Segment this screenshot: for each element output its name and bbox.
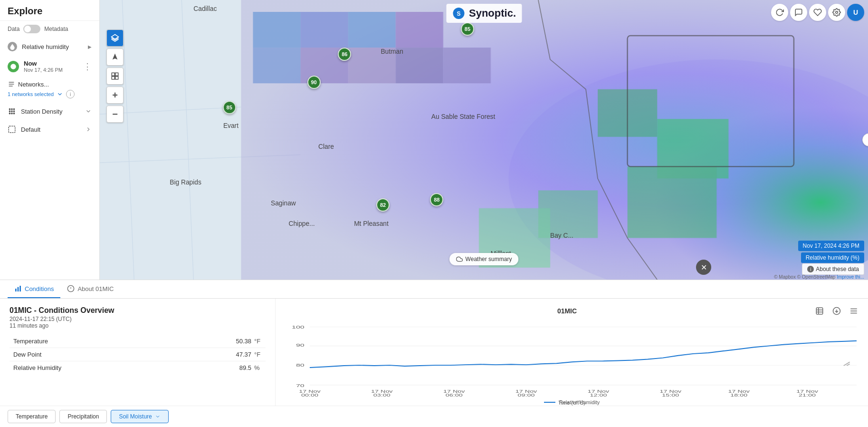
weather-summary-label: Weather summary [466, 256, 512, 262]
svg-rect-30 [443, 48, 491, 83]
chart-menu-button[interactable] [847, 304, 860, 318]
svg-text:03:00: 03:00 [373, 393, 391, 398]
humidity-icon [8, 42, 17, 51]
grid-button[interactable] [106, 68, 124, 85]
condition-unit-dew: °F [251, 351, 266, 358]
now-menu-icon[interactable]: ⋮ [83, 61, 92, 72]
now-date: Nov 17, 4:26 PM [24, 67, 78, 73]
data-metadata-toggle[interactable]: Data Metadata [0, 21, 99, 37]
map-datetime-overlay: Nov 17, 2024 4:26 PM [798, 241, 864, 251]
zoom-in-button[interactable]: + [106, 87, 124, 104]
sidebar-item-humidity[interactable]: Relative humidity ▶ [0, 37, 99, 56]
condition-name-humidity: Relative Humidity [10, 364, 218, 371]
svg-text:Bay C...: Bay C... [550, 232, 573, 239]
temperature-button[interactable]: Temperature [8, 410, 56, 423]
layers-button[interactable] [106, 29, 124, 47]
default-icon [8, 125, 16, 134]
svg-text:Evart: Evart [223, 122, 238, 129]
settings-button[interactable] [828, 4, 845, 21]
chart-line [310, 341, 857, 368]
svg-rect-60 [18, 287, 19, 291]
default-label: Default [21, 126, 80, 133]
svg-point-9 [13, 111, 14, 112]
svg-point-10 [9, 113, 10, 114]
sidebar-item-now[interactable]: Now Nov 17, 4:26 PM ⋮ [0, 56, 99, 77]
svg-text:12:00: 12:00 [590, 393, 607, 398]
sidebar-item-density[interactable]: Station Density [0, 102, 99, 120]
soil-moisture-dropdown[interactable]: Soil Moisture [111, 410, 168, 423]
svg-text:Clare: Clare [318, 143, 334, 150]
close-button[interactable]: ✕ [696, 260, 711, 275]
map-about-overlay[interactable]: i About these data [802, 263, 864, 275]
station-marker-85a[interactable]: 85 [461, 22, 474, 36]
svg-text:Big Rapids: Big Rapids [170, 179, 201, 186]
svg-point-6 [13, 108, 14, 109]
svg-marker-53 [113, 54, 118, 60]
header-controls: U [767, 0, 868, 25]
condition-unit-humidity: % [251, 364, 266, 371]
conditions-tab-icon [14, 285, 22, 292]
networks-section: Networks... 1 networks selected i [0, 77, 99, 102]
chart-title: 01MIC [321, 307, 813, 315]
now-label: Now [24, 60, 78, 67]
humidity-label: Relative humidity [22, 43, 83, 50]
soil-moisture-label: Soil Moisture [119, 413, 152, 420]
refresh-button[interactable] [771, 4, 788, 21]
station-marker-85b[interactable]: 85 [223, 101, 236, 114]
map-container[interactable]: Cadillac Butman Au Sable State Forest Cl… [100, 0, 868, 280]
tab-conditions[interactable]: Conditions [8, 280, 60, 298]
bottom-content: 01MIC - Conditions Overview 2024-11-17 2… [0, 299, 868, 406]
condition-value-temp: 50.38 [218, 338, 251, 345]
chart-table-button[interactable] [813, 304, 826, 318]
svg-point-5 [11, 108, 12, 109]
tab-about-label: About 01MIC [77, 285, 114, 292]
svg-text:Cadillac: Cadillac [193, 5, 217, 12]
condition-name-dew: Dew Point [10, 351, 218, 358]
svg-text:Butman: Butman [381, 48, 403, 55]
svg-text:70: 70 [296, 383, 305, 388]
svg-text:Saginaw: Saginaw [271, 200, 296, 207]
density-icon [8, 107, 16, 116]
sidebar: Explore Data Metadata Relative humidity … [0, 0, 100, 280]
sidebar-item-default[interactable]: Default [0, 120, 99, 138]
networks-info-icon[interactable]: i [66, 90, 75, 98]
map-humidity-overlay[interactable]: Relative humidity (%) [801, 252, 864, 263]
chart-download-button[interactable] [830, 304, 843, 318]
zoom-out-button[interactable]: − [106, 106, 124, 123]
svg-rect-61 [19, 286, 21, 291]
conditions-datetime: 2024-11-17 22:15 (UTC) [10, 316, 266, 322]
about-label: About these data [816, 266, 859, 272]
about-tab-icon [67, 285, 75, 292]
svg-text:Chippe...: Chippe... [289, 220, 315, 227]
networks-selected: 1 networks selected [8, 91, 54, 97]
cloud-icon [456, 256, 463, 262]
condition-unit-temp: °F [251, 338, 266, 345]
improve-this-link[interactable]: Improve thi... [837, 274, 864, 280]
svg-rect-54 [112, 73, 114, 76]
toggle-data-label: Data [8, 26, 19, 32]
density-label: Station Density [21, 108, 80, 115]
svg-point-12 [13, 113, 14, 114]
svg-point-8 [11, 111, 12, 112]
tab-about[interactable]: About 01MIC [60, 280, 120, 298]
svg-text:100: 100 [292, 324, 305, 330]
station-marker-90[interactable]: 90 [307, 76, 321, 89]
synoptic-logo-text: Synoptic. [469, 7, 516, 19]
svg-text:S: S [457, 10, 460, 17]
synoptic-logo: S Synoptic. [446, 4, 522, 23]
map-controls: + − [106, 29, 124, 123]
networks-item[interactable]: Networks... [8, 80, 92, 88]
weather-summary-button[interactable]: Weather summary [449, 253, 519, 265]
favorites-button[interactable] [809, 4, 826, 21]
chart-svg: 100 90 80 70 [283, 321, 860, 398]
user-avatar[interactable]: U [847, 4, 864, 21]
toggle-switch[interactable] [23, 25, 40, 33]
svg-text:09:00: 09:00 [518, 393, 535, 398]
networks-expand-icon[interactable] [57, 91, 63, 97]
condition-row-humidity: Relative Humidity 89.5 % [10, 361, 266, 374]
station-marker-88[interactable]: 88 [430, 193, 443, 206]
navigation-button[interactable] [106, 49, 124, 66]
svg-text:90: 90 [296, 343, 305, 348]
chat-button[interactable] [790, 4, 807, 21]
precipitation-button[interactable]: Precipitation [59, 410, 107, 423]
